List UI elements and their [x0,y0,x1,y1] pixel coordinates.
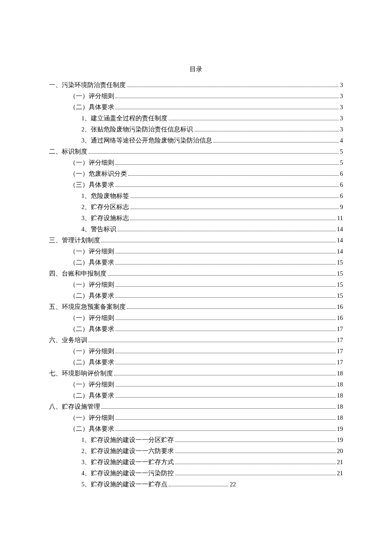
toc-entry-page: 18 [337,392,343,399]
toc-entry: （一）评分细则15 [49,282,343,288]
toc-leader [169,486,228,486]
toc-entry: 2、贮存设施的建设一一六防要求20 [49,448,343,454]
toc-entry-label: （一）评分细则 [69,348,114,355]
toc-entry-label: （一）评分细则 [69,160,114,166]
toc-leader [115,164,339,165]
toc-entry: （一）评分细则18 [49,415,343,421]
toc-leader [115,286,336,287]
toc-entry-page: 14 [337,248,343,255]
toc-leader [175,453,335,453]
toc-entry-page: 11 [337,215,343,221]
toc-entry-page: 18 [337,381,343,388]
toc-entry-label: （二）具体要求 [69,426,114,432]
toc-entry-label: 2、贮存分区标志 [81,204,129,210]
toc-entry-label: 4、贮存设施的建设一一污染防控 [81,470,174,477]
toc-entry: （二）具体要求15 [49,293,343,299]
toc-entry-page: 14 [337,226,343,232]
toc-leader [175,475,335,475]
toc-entry-page: 4 [340,137,343,144]
toc-entry-label: 3、贮存设施标志 [81,215,129,221]
toc-list: 一、污染环境防治责任制度3（一）评分细则3（二）具体要求31、建立涵盖全过程的责… [49,82,343,488]
toc-leader [115,430,336,431]
toc-entry-label: （二）具体要求 [69,359,114,366]
toc-entry-label: 1、危险废物标签 [81,193,129,199]
toc-entry-label: 三、管理计划制度 [49,237,100,244]
toc-entry-label: （一）评分细则 [69,282,114,288]
toc-entry-label: （一）评分细则 [69,248,114,255]
toc-entry: 3、贮存设施的建设一一贮存方式21 [49,459,343,465]
toc-entry-page: 15 [337,259,343,266]
toc-entry: 六、业务培训17 [49,337,343,343]
toc-entry-label: （三）具体要求 [69,182,114,188]
toc-entry-page: 19 [337,437,343,443]
toc-entry-page: 19 [337,426,343,432]
toc-entry-page: 5 [340,160,343,166]
toc-entry-label: （一）评分细则 [69,381,114,388]
toc-leader [115,331,336,331]
toc-entry-label: （二）具体要求 [69,293,114,299]
toc-entry-page: 17 [337,326,343,332]
toc-entry: （二）具体要求15 [49,259,343,266]
toc-entry-label: （一）评分细则 [69,315,114,321]
toc-leader [115,320,336,320]
toc-entry-label: 四、台账和申报制度 [49,270,107,277]
toc-entry: （一）评分细则18 [49,381,343,388]
toc-entry-page: 5 [340,148,343,155]
toc-entry-page: 17 [337,359,343,366]
toc-leader [101,408,336,409]
toc-leader [213,142,339,142]
toc-entry: 5、贮存设施的建设一一贮存点22 [49,481,343,488]
toc-entry-label: 5、贮存设施的建设一一贮存点 [81,481,167,488]
toc-entry: 4、警告标识14 [49,226,343,232]
toc-entry: 五、环境应急预案备案制度16 [49,304,343,310]
toc-entry: （一）评分细则14 [49,248,343,255]
toc-entry: 八、贮存设施管理18 [49,404,343,410]
toc-entry-label: 3、贮存设施的建设一一贮存方式 [81,459,174,465]
toc-leader [130,220,336,220]
toc-entry-label: 1、贮存设施的建设一一分区贮存 [81,437,174,443]
toc-entry-label: 七、环境影响评价制度 [49,370,113,377]
toc-entry-page: 15 [337,293,343,299]
toc-leader [115,109,339,109]
toc-entry-page: 3 [340,82,343,88]
toc-leader [127,308,336,309]
toc-entry: 1、危险废物标签6 [49,193,343,199]
toc-entry: （二）具体要求17 [49,326,343,332]
toc-leader [169,120,339,120]
toc-entry-label: 二、标识制度 [49,148,87,155]
toc-entry: （二）具体要求17 [49,359,343,366]
toc-entry-label: （二）具体要求 [69,259,114,266]
toc-entry-label: （二）具体要求 [69,392,114,399]
toc-entry-page: 3 [340,115,343,122]
toc-entry-page: 20 [337,448,343,454]
toc-entry-label: 2、张贴危险废物污染防治责任信息标识 [81,126,193,133]
toc-entry-page: 17 [337,348,343,355]
toc-entry-page: 3 [340,104,343,110]
toc-entry: 2、贮存分区标志9 [49,204,343,210]
toc-entry-page: 14 [337,237,343,244]
toc-entry-page: 21 [337,470,343,477]
toc-entry-page: 22 [230,481,236,488]
toc-entry: 2、张贴危险废物污染防治责任信息标识3 [49,126,343,133]
toc-leader [89,342,336,342]
toc-entry-page: 16 [337,315,343,321]
toc-leader [101,242,336,242]
toc-leader [115,264,336,264]
toc-leader [127,87,339,87]
toc-leader [130,198,339,198]
toc-entry: （一）评分细则16 [49,315,343,321]
toc-leader [115,98,339,98]
toc-entry-page: 18 [337,370,343,377]
toc-entry-page: 18 [337,404,343,410]
toc-entry-label: （一）评分细则 [69,93,114,99]
toc-leader [175,442,335,442]
toc-entry-label: 4、警告标识 [81,226,116,232]
toc-entry-label: （二）具体要求 [69,104,114,110]
toc-entry-label: 一、污染环境防治责任制度 [49,82,126,88]
toc-entry: 1、建立涵盖全过程的责任制度3 [49,115,343,122]
toc-leader [115,253,336,253]
toc-entry-page: 6 [340,182,343,188]
toc-entry-page: 15 [337,282,343,288]
toc-entry-page: 15 [337,270,343,277]
toc-entry: （一）评分细则17 [49,348,343,355]
